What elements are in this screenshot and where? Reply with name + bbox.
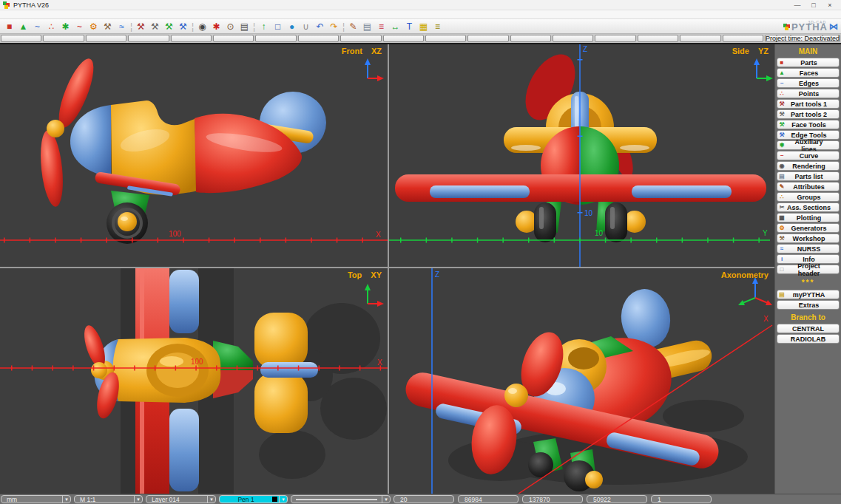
- viewport-side[interactable]: Z 10 10 Y SideYZ: [389, 44, 774, 267]
- parts-list-icon[interactable]: ▤: [360, 20, 374, 33]
- text-icon[interactable]: T: [402, 20, 416, 33]
- sidebar-item-radiolab[interactable]: RADIOLAB: [777, 334, 840, 344]
- save-icon[interactable]: □: [271, 20, 285, 33]
- sidebar-item-attributes[interactable]: ✎ Attributes: [777, 182, 840, 191]
- nurss-icon[interactable]: ≈: [115, 20, 129, 33]
- eye-icon[interactable]: ⊙: [223, 20, 237, 33]
- sidebar-item-curve[interactable]: ~ Curve: [777, 151, 840, 160]
- sidebar-item-extras[interactable]: Extras: [777, 300, 840, 310]
- rendering-camera-icon[interactable]: ◉: [195, 20, 209, 33]
- viewport-grid: 100 X FrontXZ: [0, 44, 774, 494]
- sidebar-item-parts-list[interactable]: ▤ Parts list: [777, 171, 840, 181]
- edges-icon[interactable]: ~: [30, 20, 44, 33]
- sidebar-item-rendering[interactable]: ◉ Rendering: [777, 161, 840, 171]
- sidebar-item-ass-sections[interactable]: ✂ Ass. Sections: [777, 202, 840, 212]
- toggle-material-button[interactable]: [680, 35, 720, 42]
- hatch-icon[interactable]: ▦: [416, 20, 430, 33]
- fly-mode-icon[interactable]: ✱: [209, 20, 223, 33]
- toggle-grid-button[interactable]: [595, 35, 635, 42]
- toggle-edges-button[interactable]: [425, 35, 466, 42]
- sidebar-item-parts[interactable]: ■ Parts: [777, 58, 840, 67]
- viewport-front-canvas[interactable]: 100 X: [0, 44, 388, 267]
- sidebar-item-faces[interactable]: ▲ Faces: [777, 68, 840, 78]
- sidebar-item-part-tools-1[interactable]: ⚒ Part tools 1: [777, 99, 840, 109]
- points-icon[interactable]: ∴: [44, 20, 58, 33]
- toggle-solid-button[interactable]: [467, 35, 508, 42]
- sidebar-item-groups[interactable]: ∴ Groups: [777, 192, 840, 202]
- scale-dropdown[interactable]: M 1:1 ▾: [74, 495, 143, 503]
- view-zoom-button[interactable]: [383, 35, 424, 42]
- viewport-side-canvas[interactable]: Z 10 10 Y: [389, 44, 774, 267]
- svg-text:100: 100: [191, 358, 203, 366]
- view-neg-xz-button[interactable]: [171, 35, 212, 42]
- workshop-icon[interactable]: ⚒: [101, 20, 115, 33]
- part-tools-1-icon[interactable]: ⚒: [134, 20, 148, 33]
- sidebar-item-plotting[interactable]: ▦ Plotting: [777, 213, 840, 222]
- pen-dropdown[interactable]: Pen 1 ▾: [219, 495, 288, 503]
- part-tools-2-icon[interactable]: ⚒: [148, 20, 162, 33]
- dimension-icon[interactable]: ↔: [388, 20, 402, 33]
- close-button[interactable]: ×: [822, 1, 838, 9]
- chevron-down-icon[interactable]: ▾: [382, 496, 390, 503]
- sections-icon[interactable]: ≡: [374, 20, 388, 33]
- import-icon[interactable]: ↑: [257, 20, 271, 33]
- toolbar-separator[interactable]: ¦: [341, 20, 346, 33]
- sidebar-item-points[interactable]: ∴ Points: [777, 89, 840, 98]
- sidebar-item-nurss[interactable]: ≈ NURSS: [777, 244, 840, 253]
- unit-dropdown[interactable]: mm ▾: [1, 495, 71, 503]
- view-persp-button[interactable]: [340, 35, 381, 42]
- attributes-pencil-icon[interactable]: ✎: [346, 20, 360, 33]
- sidebar-item-auxiliary-lines[interactable]: ✱ Auxiliary lines: [777, 140, 840, 150]
- chevron-down-icon[interactable]: ▾: [62, 496, 70, 503]
- chevron-down-icon[interactable]: ▾: [134, 496, 142, 503]
- view-xz-button[interactable]: [86, 35, 126, 42]
- more-button[interactable]: [723, 35, 763, 42]
- undo-icon[interactable]: ↶: [313, 20, 327, 33]
- viewport-front[interactable]: 100 X FrontXZ: [0, 44, 388, 267]
- view-xy-button[interactable]: [43, 35, 84, 42]
- toggle-shaded-button[interactable]: [510, 35, 551, 42]
- viewport-top[interactable]: 100 X TopXY: [0, 268, 388, 494]
- view-4views-button[interactable]: [255, 35, 296, 42]
- sidebar-item-part-tools-2[interactable]: ⚒ Part tools 2: [777, 109, 840, 119]
- maximize-button[interactable]: □: [805, 1, 822, 9]
- layers-icon[interactable]: ≡: [430, 20, 445, 33]
- view-yz-button[interactable]: [128, 35, 169, 42]
- redo-icon[interactable]: ↷: [327, 20, 341, 33]
- view-prev-button[interactable]: [1, 35, 41, 42]
- sidebar-item-central[interactable]: CENTRAL: [777, 324, 840, 333]
- view-neg-yz-button[interactable]: [213, 35, 254, 42]
- toy-plane-side-view[interactable]: [38, 55, 326, 244]
- auxiliary-lines-icon[interactable]: ✱: [58, 20, 72, 33]
- curve-icon[interactable]: ~: [72, 20, 87, 33]
- viewport-axo-canvas[interactable]: Z X: [389, 268, 774, 494]
- faces-icon[interactable]: ▲: [16, 20, 30, 33]
- toolbar-separator[interactable]: ¦: [251, 20, 257, 33]
- generators-icon[interactable]: ⚙: [87, 20, 101, 33]
- chevron-down-icon[interactable]: ▾: [207, 496, 215, 503]
- line-width-dropdown[interactable]: ▾: [291, 495, 391, 503]
- viewport-axonometry[interactable]: Z X Axonometry: [389, 268, 774, 494]
- layer-dropdown[interactable]: Layer 014 ▾: [146, 495, 216, 503]
- minimize-button[interactable]: —: [789, 1, 805, 9]
- plot-icon[interactable]: ▤: [237, 20, 251, 33]
- sidebar-item-face-tools[interactable]: ⚒ Face Tools: [777, 120, 840, 129]
- edge-tools-icon[interactable]: ⚒: [176, 20, 190, 33]
- viewport-top-canvas[interactable]: 100 X: [0, 268, 388, 494]
- parts-icon[interactable]: ■: [2, 20, 16, 33]
- project-time-button[interactable]: Project time: Deactivated: [765, 35, 840, 42]
- toolbar-separator[interactable]: ¦: [129, 20, 134, 33]
- sidebar-item-generators[interactable]: ⚙ Generators: [777, 223, 840, 233]
- chevron-down-icon[interactable]: ▾: [279, 496, 287, 503]
- sidebar-item-mypytha[interactable]: ▤ myPYTHA: [777, 290, 840, 299]
- toggle-shadow-button[interactable]: [553, 35, 593, 42]
- ink-drop-icon[interactable]: ●: [285, 20, 299, 33]
- view-axo-button[interactable]: [298, 35, 339, 42]
- sidebar-item-edges[interactable]: ~ Edges: [777, 78, 840, 88]
- toolbar-separator[interactable]: ¦: [190, 20, 195, 33]
- toggle-points-button[interactable]: [638, 35, 678, 42]
- sidebar-item-workshop[interactable]: ⚒ Workshop: [777, 234, 840, 243]
- sidebar-item-project-header[interactable]: □ Project header: [777, 265, 840, 274]
- face-tools-icon[interactable]: ⚒: [162, 20, 176, 33]
- cup-icon[interactable]: ∪: [299, 20, 313, 33]
